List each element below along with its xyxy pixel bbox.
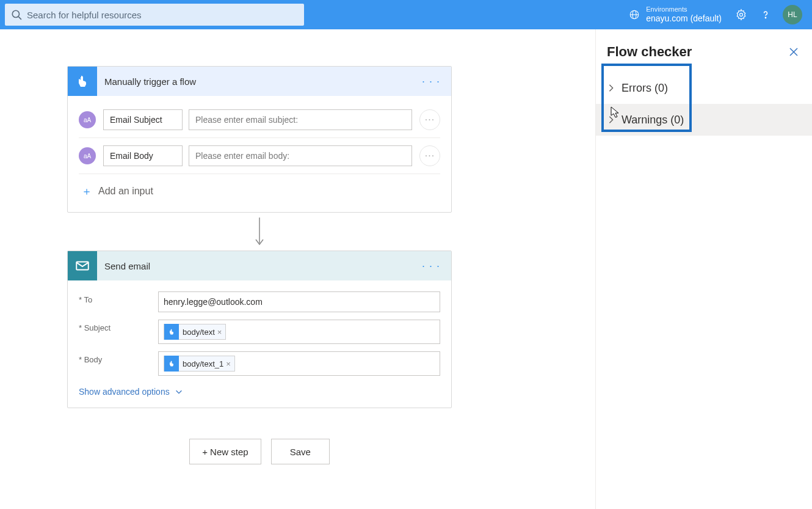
chevron-right-icon [607, 115, 615, 124]
input-description-field[interactable] [189, 145, 412, 166]
add-input-button[interactable]: ＋ Add an input [79, 174, 440, 203]
new-step-button[interactable]: + New step [189, 439, 261, 464]
add-input-label: Add an input [98, 186, 153, 197]
chevron-right-icon [607, 84, 615, 92]
dynamic-token[interactable]: body/text × [164, 324, 226, 340]
adv-label: Show advanced options [79, 387, 170, 397]
send-email-header[interactable]: Send email · · · [68, 251, 451, 280]
svg-point-6 [765, 17, 766, 18]
svg-line-1 [18, 16, 21, 20]
trigger-input-row: aA Email Body ··· [79, 138, 440, 174]
subject-label: * Subject [79, 320, 158, 332]
settings-button[interactable] [729, 0, 753, 29]
body-label: * Body [79, 351, 158, 364]
svg-point-0 [12, 10, 19, 17]
chevron-down-icon [175, 387, 183, 396]
save-button[interactable]: Save [271, 439, 330, 464]
send-email-card: Send email · · · * To henry.legge@outloo… [67, 251, 452, 408]
errors-section[interactable]: Errors (0) [596, 72, 812, 104]
connector-arrow [67, 216, 452, 247]
input-row-menu[interactable]: ··· [419, 109, 440, 130]
help-icon [759, 9, 772, 21]
token-remove[interactable]: × [217, 328, 222, 337]
to-label: * To [79, 291, 158, 304]
trigger-title: Manually trigger a flow [104, 76, 196, 87]
subject-input[interactable]: body/text × [158, 320, 440, 344]
text-type-icon: aA [79, 111, 96, 128]
input-row-menu[interactable]: ··· [419, 145, 440, 166]
trigger-input-row: aA Email Subject ··· [79, 102, 440, 138]
arrow-down-icon [253, 216, 266, 247]
warnings-label: Warnings (0) [622, 114, 684, 126]
trigger-icon [68, 67, 97, 96]
search-box[interactable] [5, 4, 304, 26]
token-icon [164, 324, 179, 340]
flow-checker-panel: Flow checker Errors (0) Warnings (0) [595, 29, 812, 509]
token-text: body/text_1 [183, 359, 223, 368]
send-email-title: Send email [104, 261, 150, 271]
trigger-card-header[interactable]: Manually trigger a flow · · · [68, 67, 451, 96]
panel-title: Flow checker [607, 44, 692, 60]
body-row: * Body body/text_1 × [79, 351, 440, 376]
flow-actions: + New step Save [67, 439, 452, 464]
dynamic-token[interactable]: body/text_1 × [164, 356, 235, 372]
to-value: henry.legge@outlook.com [164, 297, 263, 307]
errors-label: Errors (0) [622, 82, 668, 95]
token-remove[interactable]: × [226, 359, 231, 368]
plus-icon: ＋ [81, 184, 92, 199]
globe-icon [629, 9, 640, 20]
warnings-section[interactable]: Warnings (0) [596, 104, 812, 136]
mail-icon [68, 251, 97, 280]
body-input[interactable]: body/text_1 × [158, 351, 440, 376]
send-email-menu-button[interactable]: · · · [418, 260, 444, 273]
trigger-menu-button[interactable]: · · · [418, 75, 444, 88]
panel-close-button[interactable] [786, 45, 801, 59]
touch-icon [75, 74, 90, 89]
show-advanced-options[interactable]: Show advanced options [79, 383, 440, 399]
to-row: * To henry.legge@outlook.com [79, 291, 440, 312]
svg-point-5 [740, 13, 743, 16]
topbar: Environments enayu.com (default) HL [0, 0, 812, 29]
trigger-card: Manually trigger a flow · · · aA Email S… [67, 66, 452, 213]
gear-icon [735, 9, 747, 21]
avatar[interactable]: HL [783, 5, 802, 24]
environment-picker[interactable]: Environments enayu.com (default) [622, 5, 729, 24]
input-name-field[interactable]: Email Body [103, 145, 183, 166]
to-input[interactable]: henry.legge@outlook.com [158, 291, 440, 312]
subject-row: * Subject body/text × [79, 320, 440, 344]
close-icon [789, 47, 799, 57]
env-name: enayu.com (default) [646, 13, 722, 24]
input-name-field[interactable]: Email Subject [103, 109, 183, 130]
help-button[interactable] [753, 0, 778, 29]
token-text: body/text [183, 328, 215, 337]
text-type-icon: aA [79, 147, 96, 164]
search-input[interactable] [27, 10, 298, 20]
token-icon [164, 356, 179, 372]
search-icon [11, 9, 22, 20]
envelope-icon [74, 258, 90, 274]
input-description-field[interactable] [189, 109, 412, 130]
env-label: Environments [646, 5, 722, 13]
